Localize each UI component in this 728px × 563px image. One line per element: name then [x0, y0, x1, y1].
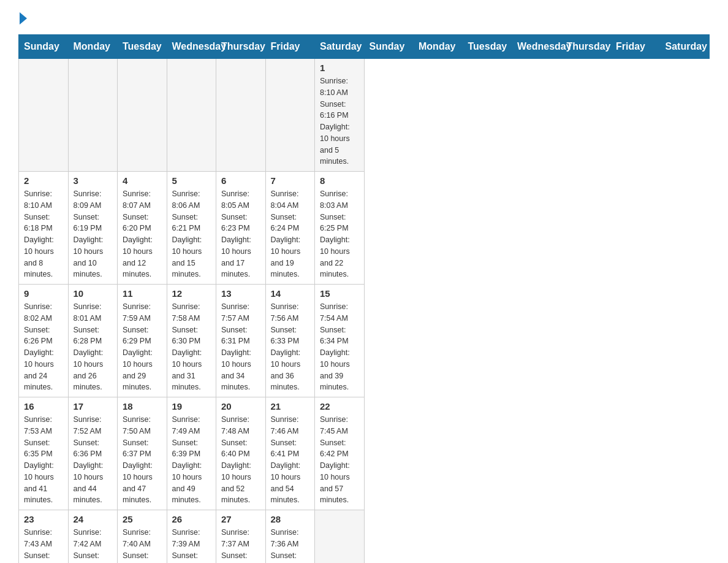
day-number: 27 — [221, 514, 260, 524]
day-number: 4 — [123, 175, 162, 186]
day-number: 28 — [271, 514, 310, 524]
day-info: Sunrise: 8:07 AM Sunset: 6:20 PM Dayligh… — [123, 188, 162, 280]
day-info: Sunrise: 7:56 AM Sunset: 6:33 PM Dayligh… — [271, 301, 310, 393]
day-number: 10 — [74, 288, 113, 299]
calendar-table: SundayMondayTuesdayWednesdayThursdayFrid… — [18, 34, 710, 563]
calendar-cell — [315, 510, 365, 564]
day-info: Sunrise: 7:43 AM Sunset: 6:43 PM Dayligh… — [24, 527, 63, 563]
calendar-week-row: 1Sunrise: 8:10 AM Sunset: 6:16 PM Daylig… — [19, 59, 710, 172]
day-number: 3 — [74, 175, 113, 186]
day-header-tuesday: Tuesday — [118, 35, 167, 59]
logo-arrow-icon — [20, 12, 27, 25]
day-header-friday: Friday — [265, 35, 315, 59]
day-info: Sunrise: 7:45 AM Sunset: 6:42 PM Dayligh… — [320, 414, 359, 506]
day-number: 22 — [320, 401, 359, 412]
day-info: Sunrise: 8:10 AM Sunset: 6:16 PM Dayligh… — [320, 75, 359, 167]
day-info: Sunrise: 7:48 AM Sunset: 6:40 PM Dayligh… — [221, 414, 260, 506]
day-number: 26 — [172, 514, 211, 524]
calendar-cell: 15Sunrise: 7:54 AM Sunset: 6:34 PM Dayli… — [315, 285, 365, 397]
day-info: Sunrise: 8:09 AM Sunset: 6:19 PM Dayligh… — [74, 188, 113, 280]
day-info: Sunrise: 7:57 AM Sunset: 6:31 PM Dayligh… — [221, 301, 260, 393]
calendar-cell: 10Sunrise: 8:01 AM Sunset: 6:28 PM Dayli… — [68, 285, 118, 397]
day-number: 20 — [221, 401, 260, 412]
calendar-cell: 11Sunrise: 7:59 AM Sunset: 6:29 PM Dayli… — [118, 285, 167, 397]
calendar-cell — [265, 59, 315, 172]
logo-text — [18, 12, 27, 25]
calendar-cell — [216, 59, 266, 172]
day-number: 2 — [24, 175, 63, 186]
calendar-week-row: 9Sunrise: 8:02 AM Sunset: 6:26 PM Daylig… — [19, 285, 710, 397]
calendar-cell: 27Sunrise: 7:37 AM Sunset: 6:48 PM Dayli… — [216, 510, 266, 564]
day-header-saturday: Saturday — [315, 35, 365, 59]
calendar-cell: 24Sunrise: 7:42 AM Sunset: 6:45 PM Dayli… — [68, 510, 118, 564]
calendar-cell: 6Sunrise: 8:05 AM Sunset: 6:23 PM Daylig… — [216, 172, 266, 285]
day-info: Sunrise: 8:02 AM Sunset: 6:26 PM Dayligh… — [24, 301, 63, 393]
day-number: 9 — [24, 288, 63, 299]
calendar-cell: 12Sunrise: 7:58 AM Sunset: 6:30 PM Dayli… — [167, 285, 216, 397]
calendar-cell — [68, 59, 118, 172]
day-number: 7 — [271, 175, 310, 186]
calendar-cell — [167, 59, 216, 172]
calendar-cell: 7Sunrise: 8:04 AM Sunset: 6:24 PM Daylig… — [265, 172, 315, 285]
calendar-cell: 2Sunrise: 8:10 AM Sunset: 6:18 PM Daylig… — [19, 172, 69, 285]
day-header-monday: Monday — [414, 35, 463, 59]
day-number: 1 — [320, 63, 359, 73]
calendar-cell: 14Sunrise: 7:56 AM Sunset: 6:33 PM Dayli… — [265, 285, 315, 397]
calendar-cell: 9Sunrise: 8:02 AM Sunset: 6:26 PM Daylig… — [19, 285, 69, 397]
calendar-cell: 8Sunrise: 8:03 AM Sunset: 6:25 PM Daylig… — [315, 172, 365, 285]
day-info: Sunrise: 7:37 AM Sunset: 6:48 PM Dayligh… — [221, 527, 260, 563]
calendar-week-row: 2Sunrise: 8:10 AM Sunset: 6:18 PM Daylig… — [19, 172, 710, 285]
day-header-wednesday: Wednesday — [512, 35, 562, 59]
calendar-cell — [118, 59, 167, 172]
calendar-cell: 18Sunrise: 7:50 AM Sunset: 6:37 PM Dayli… — [118, 397, 167, 510]
calendar-cell: 25Sunrise: 7:40 AM Sunset: 6:46 PM Dayli… — [118, 510, 167, 564]
day-info: Sunrise: 7:40 AM Sunset: 6:46 PM Dayligh… — [123, 527, 162, 563]
calendar-cell: 17Sunrise: 7:52 AM Sunset: 6:36 PM Dayli… — [68, 397, 118, 510]
day-info: Sunrise: 8:04 AM Sunset: 6:24 PM Dayligh… — [271, 188, 310, 280]
day-header-sunday: Sunday — [19, 35, 69, 59]
day-number: 6 — [221, 175, 260, 186]
day-header-sunday: Sunday — [364, 35, 414, 59]
day-header-thursday: Thursday — [561, 35, 611, 59]
day-number: 19 — [172, 401, 211, 412]
day-info: Sunrise: 7:53 AM Sunset: 6:35 PM Dayligh… — [24, 414, 63, 506]
calendar-cell: 4Sunrise: 8:07 AM Sunset: 6:20 PM Daylig… — [118, 172, 167, 285]
day-number: 8 — [320, 175, 359, 186]
day-info: Sunrise: 7:59 AM Sunset: 6:29 PM Dayligh… — [123, 301, 162, 393]
calendar-cell: 16Sunrise: 7:53 AM Sunset: 6:35 PM Dayli… — [19, 397, 69, 510]
calendar-cell: 3Sunrise: 8:09 AM Sunset: 6:19 PM Daylig… — [68, 172, 118, 285]
calendar-cell: 28Sunrise: 7:36 AM Sunset: 6:49 PM Dayli… — [265, 510, 315, 564]
calendar-header-row: SundayMondayTuesdayWednesdayThursdayFrid… — [19, 35, 710, 59]
calendar-cell: 26Sunrise: 7:39 AM Sunset: 6:47 PM Dayli… — [167, 510, 216, 564]
calendar-week-row: 16Sunrise: 7:53 AM Sunset: 6:35 PM Dayli… — [19, 397, 710, 510]
calendar-cell: 1Sunrise: 8:10 AM Sunset: 6:16 PM Daylig… — [315, 59, 365, 172]
day-number: 25 — [123, 514, 162, 524]
calendar-cell: 13Sunrise: 7:57 AM Sunset: 6:31 PM Dayli… — [216, 285, 266, 397]
calendar-cell: 23Sunrise: 7:43 AM Sunset: 6:43 PM Dayli… — [19, 510, 69, 564]
day-number: 17 — [74, 401, 113, 412]
page-header — [18, 12, 710, 22]
calendar-week-row: 23Sunrise: 7:43 AM Sunset: 6:43 PM Dayli… — [19, 510, 710, 564]
day-info: Sunrise: 8:10 AM Sunset: 6:18 PM Dayligh… — [24, 188, 63, 280]
day-number: 12 — [172, 288, 211, 299]
day-info: Sunrise: 7:42 AM Sunset: 6:45 PM Dayligh… — [74, 527, 113, 563]
day-info: Sunrise: 7:58 AM Sunset: 6:30 PM Dayligh… — [172, 301, 211, 393]
day-info: Sunrise: 8:01 AM Sunset: 6:28 PM Dayligh… — [74, 301, 113, 393]
day-header-thursday: Thursday — [216, 35, 266, 59]
calendar-cell: 22Sunrise: 7:45 AM Sunset: 6:42 PM Dayli… — [315, 397, 365, 510]
day-info: Sunrise: 7:49 AM Sunset: 6:39 PM Dayligh… — [172, 414, 211, 506]
calendar-cell — [19, 59, 69, 172]
day-number: 14 — [271, 288, 310, 299]
day-info: Sunrise: 8:05 AM Sunset: 6:23 PM Dayligh… — [221, 188, 260, 280]
calendar-cell: 5Sunrise: 8:06 AM Sunset: 6:21 PM Daylig… — [167, 172, 216, 285]
day-number: 24 — [74, 514, 113, 524]
day-number: 5 — [172, 175, 211, 186]
day-number: 18 — [123, 401, 162, 412]
day-number: 23 — [24, 514, 63, 524]
day-header-tuesday: Tuesday — [463, 35, 512, 59]
day-number: 21 — [271, 401, 310, 412]
day-info: Sunrise: 8:06 AM Sunset: 6:21 PM Dayligh… — [172, 188, 211, 280]
day-header-monday: Monday — [68, 35, 118, 59]
calendar-cell: 21Sunrise: 7:46 AM Sunset: 6:41 PM Dayli… — [265, 397, 315, 510]
calendar-cell: 20Sunrise: 7:48 AM Sunset: 6:40 PM Dayli… — [216, 397, 266, 510]
